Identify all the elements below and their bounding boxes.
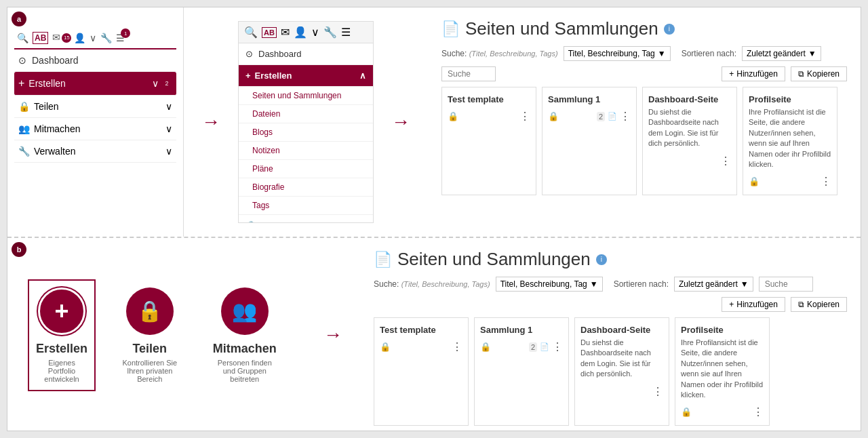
sidebar-item-teilen[interactable]: 🔒 Teilen ∨ (14, 96, 176, 118)
toolbar-top: 🔍 AB ✉15 👤 ∨ 🔧 ☰1 (14, 28, 176, 49)
search-input[interactable] (441, 66, 496, 81)
search-icon[interactable]: 🔍 (17, 33, 28, 43)
exp-sub-notizen[interactable]: Notizen (239, 142, 373, 160)
copy-button[interactable]: ⧉ Kopieren (791, 66, 847, 81)
arrow-1: → (184, 7, 238, 237)
card-b-lock-0: 🔒 (380, 342, 391, 352)
sidebar-item-erstellen[interactable]: + Erstellen ∨ 2 (14, 72, 176, 96)
page-title-row: 📄 Seiten und Sammlungen i (441, 18, 847, 39)
cards-row-top: Test template 🔒 ⋮ Sammlung 1 🔒 2 (441, 87, 847, 195)
exp-sub-seiten[interactable]: Seiten und Sammlungen (239, 87, 373, 105)
exp-dashboard[interactable]: ⊙ Dashboard (239, 43, 373, 65)
card-menu-2[interactable]: ⋮ (720, 155, 731, 167)
sort-chevron-icon: ▼ (808, 49, 816, 58)
card-b-footer-3: 🔒 ⋮ (681, 405, 764, 418)
card-footer-3: 🔒 ⋮ (749, 175, 831, 188)
exp-toolbar: 🔍 AB ✉ 👤 ∨ 🔧 ☰ (239, 22, 373, 43)
filter-dropdown[interactable]: Titel, Beschreibung, Tag ▼ (564, 46, 671, 61)
exp-mail-icon[interactable]: ✉ (281, 26, 290, 39)
filter-option-text: Titel, Beschreibung, Tag (568, 49, 655, 58)
card-b-menu-0[interactable]: ⋮ (452, 340, 462, 353)
ab-icon[interactable]: AB (33, 32, 48, 44)
user-icon[interactable]: 👤 (74, 33, 85, 43)
card-b-menu-3[interactable]: ⋮ (753, 405, 764, 418)
verwalten-label: Verwalten (34, 146, 75, 157)
add-label: Hinzufügen (736, 69, 778, 79)
search-bar-row: Suche: (Titel, Beschreibung, Tags) Titel… (441, 46, 847, 81)
card-b-text-2: Du siehst die Dashboardseite nach dem Lo… (580, 338, 663, 380)
card-footer-1: 🔒 2 📄 ⋮ (548, 110, 631, 123)
search-input-b[interactable] (759, 277, 813, 292)
copy-button-b[interactable]: ⧉ Kopieren (791, 297, 847, 312)
sort-label: Sortieren nach: (682, 49, 736, 58)
card-menu-1[interactable]: ⋮ (620, 110, 631, 123)
card-menu-3[interactable]: ⋮ (821, 175, 831, 188)
plus-icon: + (18, 77, 24, 89)
search-placeholder-text-b: (Titel, Beschreibung, Tags) (401, 280, 490, 288)
exp-teilen-section[interactable]: 🔒 Teilen ∨ (239, 215, 373, 223)
big-icon-join-wrapper[interactable]: 👥 Mitmachen Personen finden und Gruppen … (204, 281, 285, 390)
exp-sub-tags[interactable]: Tags (239, 197, 373, 215)
card-b-footer-2: ⋮ (580, 385, 663, 398)
card-b-menu-2[interactable]: ⋮ (652, 385, 663, 398)
exp-user-icon[interactable]: 👤 (294, 26, 307, 39)
copy-icon: ⧉ (798, 69, 804, 79)
card-menu-0[interactable]: ⋮ (519, 110, 530, 123)
sort-dropdown-b[interactable]: Zuletzt geändert ▼ (674, 277, 753, 292)
search-bar-row-b: Suche: (Titel, Beschreibung, Tags) Titel… (374, 277, 847, 312)
big-create-label: Erstellen (36, 342, 87, 356)
main-content-top: 📄 Seiten und Sammlungen i Suche: (Titel,… (428, 7, 861, 237)
lock-icon: 🔒 (18, 101, 30, 112)
card-title-0: Test template (448, 94, 530, 104)
cards-row-bottom: Test template 🔒 ⋮ Sammlung 1 🔒 2 📄 ⋮ (374, 317, 847, 426)
card-b-text-3: Ihre Profilansicht ist die Seite, die an… (681, 338, 764, 400)
chevron-icon[interactable]: ∨ (90, 33, 96, 43)
arrow-3: → (306, 238, 360, 432)
sort-dropdown[interactable]: Zuletzt geändert ▼ (742, 46, 821, 61)
card-b-sammlung: Sammlung 1 🔒 2 📄 ⋮ (474, 317, 569, 426)
exp-menu-icon[interactable]: ☰ (341, 26, 351, 39)
card-title-2: Dashboard-Seite (648, 94, 731, 104)
big-group-icon: 👥 (232, 299, 257, 323)
card-b-menu-1[interactable]: ⋮ (552, 340, 563, 353)
section-a-label: a (12, 12, 26, 26)
exp-sub-plaene[interactable]: Pläne (239, 160, 373, 178)
card-footer-0: 🔒 ⋮ (448, 110, 530, 123)
add-button[interactable]: + Hinzufügen (722, 66, 785, 81)
add-label-b: Hinzufügen (736, 300, 778, 309)
exp-ab-icon[interactable]: AB (262, 27, 277, 38)
exp-erstellen-header[interactable]: + Erstellen ∧ (239, 65, 373, 87)
wrench-icon[interactable]: 🔧 (100, 33, 112, 43)
big-create-sub: Eigenes Portfolio entwickeln (36, 359, 87, 383)
info-icon-b[interactable]: i (596, 254, 607, 265)
exp-search-icon[interactable]: 🔍 (244, 26, 258, 39)
filter-dropdown-b[interactable]: Titel, Beschreibung, Tag ▼ (496, 277, 603, 292)
exp-chevron-up-icon: ∧ (359, 71, 366, 81)
info-icon[interactable]: i (664, 24, 675, 35)
exp-sub-blogs[interactable]: Blogs (239, 123, 373, 142)
chevron-teilen-icon: ∨ (165, 101, 172, 112)
menu-icon[interactable]: ☰1 (116, 33, 125, 43)
exp-sub-dateien[interactable]: Dateien (239, 105, 373, 123)
big-icon-share-wrapper[interactable]: 🔒 Teilen Kontrollieren Sie Ihren private… (109, 281, 190, 390)
exp-sub-biografie[interactable]: Biografie (239, 178, 373, 197)
nav-dashboard[interactable]: ⊙ Dashboard (14, 49, 176, 72)
big-icon-create-wrapper[interactable]: + Erstellen Eigenes Portfolio entwickeln (28, 279, 96, 391)
search-label: Suche: (Titel, Beschreibung, Tags) (441, 49, 558, 58)
arrow-right-3-icon: → (323, 324, 342, 346)
card-b-icons-1: 2 📄 ⋮ (529, 340, 563, 353)
big-icon-create-circle: + (38, 287, 85, 335)
mail-icon[interactable]: ✉15 (52, 32, 70, 44)
exp-erstellen-label: Erstellen (255, 71, 292, 81)
expanded-menu: 🔍 AB ✉ 👤 ∨ 🔧 ☰ ⊙ Dashboard + Erstellen ∧ (238, 21, 374, 223)
sidebar-item-verwalten[interactable]: 🔧 Verwalten ∨ (14, 140, 176, 163)
exp-wrench-icon[interactable]: 🔧 (323, 26, 337, 39)
bottom-half: b + Erstellen Eigenes Portfolio entwicke… (7, 238, 861, 432)
add-button-b[interactable]: + Hinzufügen (722, 297, 785, 312)
copy-icon-b: ⧉ (798, 300, 804, 309)
card-b-title-1: Sammlung 1 (480, 325, 563, 335)
exp-dashboard-icon: ⊙ (245, 49, 253, 59)
page-doc-icon-b: 📄 (374, 251, 392, 268)
sidebar-item-mitmachen[interactable]: 👥 Mitmachen ∨ (14, 118, 176, 140)
exp-chevron-icon: ∨ (311, 26, 319, 39)
